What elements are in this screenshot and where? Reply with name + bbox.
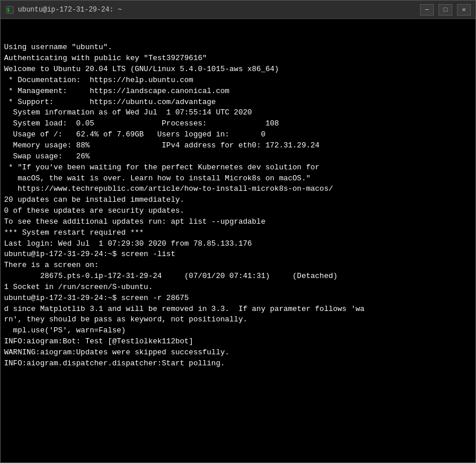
maximize-button[interactable]: □ [438,4,452,16]
terminal-body[interactable]: Using username "ubuntu".Authenticating w… [1,19,475,462]
terminal-line: There is a screen on: [4,260,472,271]
terminal-line: System load: 0.05 Processes: 108 [4,118,472,129]
terminal-line: System information as of Wed Jul 1 07:55… [4,108,472,118]
terminal-line: WARNING:aiogram:Updates were skipped suc… [4,347,472,358]
terminal-line: mpl.use('PS', warn=False) [4,325,472,336]
terminal-line: Usage of /: 62.4% of 7.69GB Users logged… [4,129,472,140]
terminal-line: d since Matplotlib 3.1 and will be remov… [4,304,472,315]
terminal-line: Welcome to Ubuntu 20.04 LTS (GNU/Linux 5… [4,64,472,75]
window-title: ubuntu@ip-172-31-29-24: ~ [18,6,420,14]
terminal-line: INFO:aiogram.dispatcher.dispatcher:Start… [4,358,472,369]
terminal-line: Authenticating with public key "Test3927… [4,53,472,64]
window-controls: ─ □ ✕ [420,4,471,16]
terminal-window: $ ubuntu@ip-172-31-29-24: ~ ─ □ ✕ Using … [0,0,476,463]
terminal-line: ubuntu@ip-172-31-29-24:~$ screen -r 2867… [4,293,472,304]
terminal-line: Swap usage: 26% [4,151,472,162]
terminal-line: Memory usage: 88% IPv4 address for eth0:… [4,140,472,151]
terminal-line: 0 of these updates are security updates. [4,206,472,217]
terminal-content: Using username "ubuntu".Authenticating w… [4,42,472,369]
terminal-line: Using username "ubuntu". [4,42,472,53]
terminal-line: 28675.pts-0.ip-172-31-29-24 (07/01/20 07… [4,271,472,282]
svg-text:$: $ [7,8,10,13]
minimize-button[interactable]: ─ [420,4,434,16]
terminal-line: To see these additional updates run: apt… [4,217,472,228]
terminal-line: Last login: Wed Jul 1 07:29:30 2020 from… [4,239,472,250]
terminal-line: 20 updates can be installed immediately. [4,195,472,206]
terminal-line: * Management: https://landscape.canonica… [4,86,472,97]
terminal-line: ubuntu@ip-172-31-29-24:~$ screen -list [4,249,472,260]
terminal-line: macOS, the wait is over. Learn how to in… [4,173,472,184]
close-button[interactable]: ✕ [457,4,471,16]
terminal-line: * Support: https://ubuntu.com/advantage [4,97,472,108]
terminal-line: *** System restart required *** [4,228,472,239]
terminal-line: https://www.techrepublic.com/article/how… [4,184,472,195]
title-bar: $ ubuntu@ip-172-31-29-24: ~ ─ □ ✕ [1,1,475,19]
terminal-line: * "If you've been waiting for the perfec… [4,162,472,173]
terminal-line: 1 Socket in /run/screen/S-ubuntu. [4,282,472,293]
terminal-line: rn', they should be pass as keyword, not… [4,314,472,325]
terminal-icon: $ [5,5,14,14]
terminal-line: * Documentation: https://help.ubuntu.com [4,75,472,86]
terminal-line: INFO:aiogram:Bot: Test [@Testlolkek112bo… [4,336,472,347]
